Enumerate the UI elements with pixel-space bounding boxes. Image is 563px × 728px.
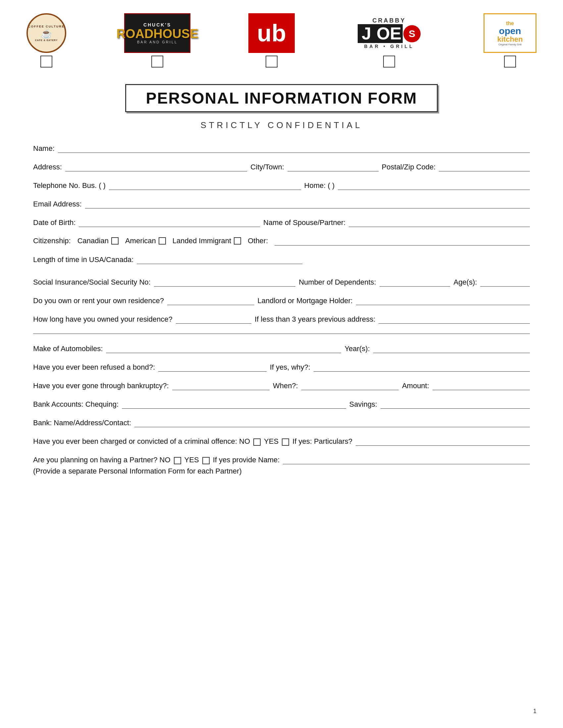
checkbox-crabby[interactable] [383, 56, 395, 68]
own-rent-label: Do you own or rent your own residence? [33, 296, 164, 305]
spouse-field[interactable] [349, 218, 530, 227]
bond-field[interactable] [158, 362, 266, 372]
tel-home-field[interactable] [338, 181, 530, 190]
bank-name-row: Bank: Name/Address/Contact: [33, 418, 530, 427]
sin-row: Social Insurance/Social Security No: Num… [33, 277, 530, 287]
criminal-yes-checkbox[interactable] [282, 438, 289, 446]
length-row: Length of time in USA/Canada: [33, 255, 530, 264]
checkbox-ub[interactable] [265, 56, 277, 68]
address-field[interactable] [65, 162, 247, 171]
dob-row: Date of Birth: Name of Spouse/Partner: [33, 218, 530, 227]
less3-field[interactable] [379, 314, 530, 324]
confidential-label: STRICTLY CONFIDENTIAL [26, 120, 537, 130]
savings-field[interactable] [381, 399, 530, 409]
city-field[interactable] [288, 162, 379, 171]
yes-label: YES [264, 437, 278, 446]
email-field[interactable] [85, 199, 530, 208]
partner-label: Are you planning on having a Partner? NO [33, 456, 170, 464]
city-label: City/Town: [250, 163, 284, 171]
form-title-box: PERSONAL INFORMATION FORM [125, 84, 438, 112]
criminal-label: Have you ever been charged or convicted … [33, 437, 250, 446]
particulars-field[interactable] [356, 436, 530, 446]
dependents-label: Number of Dependents: [299, 278, 376, 287]
length-label: Length of time in USA/Canada: [33, 255, 133, 264]
name-row: Name: [33, 144, 530, 153]
length-field[interactable] [137, 255, 303, 264]
sin-label: Social Insurance/Social Security No: [33, 278, 151, 287]
partner-name-field[interactable] [283, 455, 530, 464]
other-label: Other: [248, 237, 268, 245]
criminal-no-checkbox[interactable] [253, 438, 260, 446]
bond-row: Have you ever been refused a bond?: If y… [33, 362, 530, 372]
dependents-field[interactable] [380, 277, 450, 287]
american-checkbox[interactable] [159, 237, 166, 245]
checkbox-coffee[interactable] [40, 56, 52, 68]
email-row: Email Address: [33, 199, 530, 208]
bankruptcy-row: Have you ever gone through bankruptcy?: … [33, 381, 530, 390]
own-rent-row: Do you own or rent your own residence? L… [33, 296, 530, 305]
age-label: Age(s): [453, 278, 477, 287]
email-label: Email Address: [33, 200, 82, 208]
page-number: 1 [533, 708, 537, 715]
canadian-option: Canadian [77, 237, 118, 245]
partner-no-checkbox[interactable] [174, 457, 181, 464]
partner-note: (Provide a separate Personal Information… [33, 467, 242, 476]
logo-ub: ub [248, 13, 295, 68]
other-field[interactable] [274, 236, 530, 246]
partner-yes-checkbox[interactable] [202, 457, 210, 464]
how-long-row: How long have you owned your residence? … [33, 314, 530, 324]
spouse-label: Name of Spouse/Partner: [263, 218, 346, 227]
landlord-field[interactable] [356, 296, 530, 305]
bond-why-label: If yes, why?: [270, 363, 310, 372]
logo-crabby-joes: CRABBY J OE S BAR • GRILL [353, 13, 426, 68]
particulars-label: If yes: Particulars? [293, 437, 352, 446]
when-field[interactable] [302, 381, 399, 390]
partner-row: Are you planning on having a Partner? NO… [33, 455, 530, 464]
landed-checkbox[interactable] [234, 237, 241, 245]
address-label: Address: [33, 163, 62, 171]
age-field[interactable] [480, 277, 530, 287]
partner-yes-label: YES [184, 456, 199, 464]
make-auto-label: Make of Automobiles: [33, 344, 103, 353]
bank-accounts-row: Bank Accounts: Chequing: Savings: [33, 399, 530, 409]
sin-field[interactable] [154, 277, 296, 287]
title-section: PERSONAL INFORMATION FORM STRICTLY CONFI… [26, 84, 537, 130]
canadian-label: Canadian [77, 237, 109, 245]
tel-bus-field[interactable] [109, 181, 301, 190]
make-auto-field[interactable] [106, 344, 341, 353]
checkbox-chucks[interactable] [151, 56, 163, 68]
bankruptcy-field[interactable] [172, 381, 269, 390]
postal-label: Postal/Zip Code: [382, 163, 436, 171]
form-section: Name: Address: City/Town: Postal/Zip Cod… [26, 144, 537, 476]
how-long-label: How long have you owned your residence? [33, 315, 172, 324]
dob-label: Date of Birth: [33, 218, 75, 227]
bank-field[interactable] [134, 418, 530, 427]
header: COFFEE CULTURE ☕ CAFE & EATERY CHUCK'S R… [26, 13, 537, 71]
when-label: When?: [273, 382, 298, 390]
logo-open-kitchen: the open kitchen Original Family Grill [484, 13, 537, 68]
year-label: Year(s): [345, 344, 370, 353]
telephone-row: Telephone No. Bus. ( ) Home: ( ) [33, 181, 530, 190]
american-option: American [125, 237, 166, 245]
form-title: PERSONAL INFORMATION FORM [146, 89, 417, 107]
year-field[interactable] [373, 344, 530, 353]
logo-chucks: CHUCK'S ROADHOUSE BAR AND GRILL [124, 13, 190, 68]
postal-field[interactable] [439, 162, 530, 171]
chequing-label: Bank Accounts: Chequing: [33, 400, 118, 409]
savings-label: Savings: [350, 400, 377, 409]
how-long-field[interactable] [176, 314, 251, 324]
bond-label: Have you ever been refused a bond?: [33, 363, 155, 372]
chequing-field[interactable] [122, 399, 346, 409]
checkbox-kitchen[interactable] [504, 56, 516, 68]
canadian-checkbox[interactable] [111, 237, 118, 245]
amount-label: Amount: [402, 382, 429, 390]
amount-field[interactable] [433, 381, 530, 390]
own-rent-field[interactable] [167, 296, 254, 305]
dob-field[interactable] [79, 218, 260, 227]
name-field[interactable] [58, 144, 530, 153]
criminal-row: Have you ever been charged or convicted … [33, 436, 530, 446]
bond-why-field[interactable] [314, 362, 530, 372]
address-row: Address: City/Town: Postal/Zip Code: [33, 162, 530, 171]
tel-home-label: Home: ( ) [305, 181, 335, 190]
partner-note-row: (Provide a separate Personal Information… [33, 467, 530, 476]
